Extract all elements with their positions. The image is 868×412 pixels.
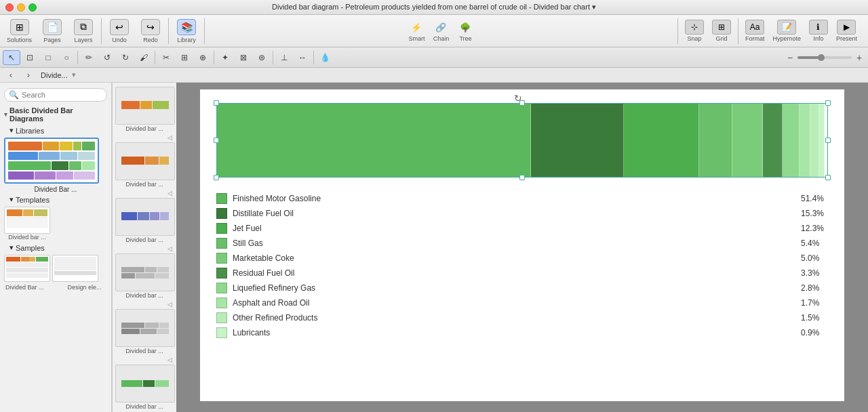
- samples-subsection-header[interactable]: ▾ Samples: [0, 242, 111, 253]
- stamp-tool[interactable]: ⊕: [194, 50, 212, 65]
- grid-label: Grid: [715, 35, 727, 42]
- legend-color-swatch: [216, 208, 227, 219]
- sep1: [101, 18, 102, 44]
- templates-label: Templates: [16, 196, 50, 204]
- tree-label: Tree: [459, 35, 471, 42]
- section-arrow: ▾: [4, 111, 7, 118]
- measure-tool[interactable]: ↔: [294, 50, 311, 65]
- rect-tool[interactable]: □: [39, 50, 57, 65]
- redo-label: Redo: [143, 37, 158, 43]
- crop-tool[interactable]: ⊞: [176, 50, 193, 65]
- pages-button[interactable]: 📄: [43, 19, 62, 35]
- solutions-label: Solutions: [7, 37, 32, 43]
- zoom-in-button[interactable]: +: [853, 52, 865, 64]
- right-thumbnails-panel: Divided bar ... ◁ Divided bar ... ◁: [112, 83, 176, 412]
- tree-icon[interactable]: 🌳: [456, 20, 475, 35]
- maximize-button[interactable]: [28, 3, 37, 12]
- sep2: [168, 18, 169, 44]
- bar-segment: [763, 104, 783, 177]
- info-group: ℹ Info: [806, 20, 831, 42]
- handle-br[interactable]: [825, 175, 831, 180]
- cut-tool[interactable]: ✂: [157, 50, 175, 65]
- rthumb-4[interactable]: Divided bar ...: [115, 253, 174, 300]
- bar-segment: [800, 104, 810, 177]
- search-box: 🔍: [4, 88, 107, 102]
- rthumb-6[interactable]: Divided bar ...: [115, 365, 174, 411]
- handle-tr[interactable]: [825, 100, 831, 106]
- templates-subsection-header[interactable]: ▾ Templates: [0, 194, 111, 205]
- legend-item-name: Jet Fuel: [233, 224, 795, 233]
- eyedrop-tool[interactable]: 💧: [316, 50, 334, 65]
- template-thumb-1[interactable]: Divided bar ...: [4, 207, 50, 241]
- arc-tool[interactable]: ↺: [98, 50, 116, 65]
- legend-color-swatch: [216, 253, 227, 264]
- pen-tool[interactable]: ✏: [80, 50, 98, 65]
- libraries-label: Libraries: [16, 127, 44, 135]
- brush-tool[interactable]: 🖌: [135, 50, 153, 65]
- info-button[interactable]: ℹ: [809, 20, 828, 35]
- hypernote-label: Hypernote: [772, 35, 801, 42]
- handle-tl[interactable]: [214, 100, 219, 106]
- right-toolbar: ⊹ Snap ⊞ Grid Aa Format 📝 Hypernote ℹ In…: [676, 18, 865, 44]
- redo-button[interactable]: ↪: [141, 19, 160, 35]
- legend-row: Asphalt and Road Oil1.7%: [216, 295, 828, 310]
- layers-group: ⧉ Layers: [68, 18, 98, 45]
- canvas-area[interactable]: ↻: [176, 83, 868, 412]
- left-sidebar: 🔍 ▾ Basic Divided Bar Diagrams ▾ Librari…: [0, 83, 112, 412]
- layers-button[interactable]: ⧉: [74, 19, 93, 35]
- library-label: Library: [177, 37, 196, 43]
- rthumb-2[interactable]: Divided bar ...: [115, 142, 174, 188]
- solutions-button[interactable]: ⊞: [10, 19, 29, 35]
- select-tool[interactable]: ↖: [3, 50, 20, 65]
- chain-icon[interactable]: 🔗: [431, 20, 450, 35]
- back-button[interactable]: ‹: [3, 67, 19, 83]
- legend-item-name: Marketable Coke: [233, 253, 795, 263]
- snap-button[interactable]: ⊹: [685, 20, 704, 35]
- undo-button[interactable]: ↩: [110, 19, 129, 35]
- handle-ml[interactable]: [214, 138, 219, 143]
- pivot-tool[interactable]: ⊛: [253, 50, 271, 65]
- handle-mr[interactable]: [825, 138, 831, 143]
- ellipse-tool[interactable]: ○: [58, 50, 75, 65]
- libraries-subsection-header[interactable]: ▾ Libraries: [0, 125, 111, 136]
- handle-bc[interactable]: [519, 175, 525, 180]
- smart-icon[interactable]: ⚡: [407, 20, 426, 35]
- present-button[interactable]: ▶: [837, 20, 856, 35]
- legend-row: Liquefied Refinery Gas2.8%: [216, 281, 828, 295]
- search-input[interactable]: [22, 91, 102, 99]
- transform-tool[interactable]: ⊠: [235, 50, 252, 65]
- grid-group: ⊞ Grid: [709, 20, 734, 42]
- sample-label-2: Design ele...: [68, 284, 102, 291]
- connect-tool[interactable]: ⊥: [275, 50, 293, 65]
- handle-bl[interactable]: [214, 175, 219, 180]
- forward-button[interactable]: ›: [20, 67, 37, 83]
- rthumb-5[interactable]: Divided bar ...: [115, 309, 174, 355]
- minimize-button[interactable]: [17, 3, 25, 12]
- move-tool[interactable]: ✦: [216, 50, 234, 65]
- zoom-out-button[interactable]: −: [784, 52, 796, 64]
- library-button[interactable]: 📚: [177, 19, 196, 35]
- breadcrumb-dropdown[interactable]: ▾: [72, 70, 76, 79]
- grid-button[interactable]: ⊞: [712, 20, 731, 35]
- handle-tc[interactable]: [519, 100, 525, 106]
- legend-item-pct: 2.8%: [801, 283, 828, 293]
- rthumb-1[interactable]: Divided bar ...: [115, 87, 174, 133]
- zoom-slider[interactable]: [797, 56, 852, 59]
- sample-thumb-1[interactable]: [4, 255, 50, 282]
- basic-section-header[interactable]: ▾ Basic Divided Bar Diagrams: [0, 104, 111, 125]
- hypernote-button[interactable]: 📝: [777, 20, 796, 35]
- redo-tool[interactable]: ↻: [117, 50, 134, 65]
- multi-select-tool[interactable]: ⊡: [21, 50, 39, 65]
- legend-color-swatch: [216, 312, 227, 323]
- legend-color-swatch: [216, 297, 227, 308]
- rthumb-3[interactable]: Divided bar ...: [115, 198, 174, 244]
- sample-thumb-2[interactable]: [52, 255, 98, 282]
- zoom-section: − +: [784, 52, 865, 64]
- redo-group: ↪ Redo: [136, 18, 165, 45]
- format-button[interactable]: Aa: [745, 20, 764, 35]
- close-button[interactable]: [5, 3, 14, 12]
- rthumb-label-1: Divided bar ...: [115, 125, 174, 133]
- rthumb-label-3: Divided bar ...: [115, 236, 174, 244]
- big-thumbnail[interactable]: [4, 138, 99, 184]
- zoom-thumb: [818, 54, 825, 61]
